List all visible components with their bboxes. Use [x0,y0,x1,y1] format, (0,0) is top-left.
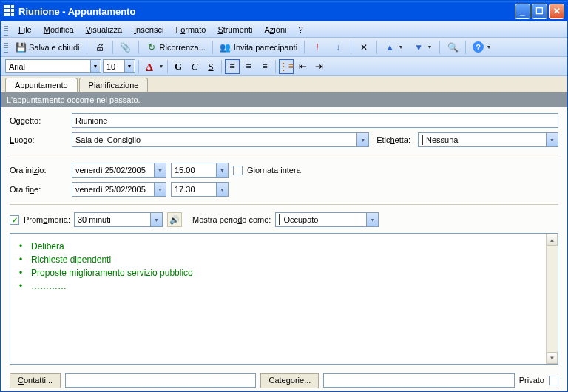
luogo-value: Sala del Consiglio [72,135,356,144]
list-item: Proposte miglioramento servizio pubblico [18,266,550,280]
toolbar-grip[interactable] [4,24,8,36]
chevron-down-icon: ▼ [150,213,162,226]
reminder-label: Promemoria: [24,215,70,224]
scrollbar[interactable]: ▲ ▼ [546,234,558,364]
tab-appuntamento[interactable]: Appuntamento [5,78,78,92]
find-button[interactable]: 🔍 [443,39,462,55]
bottom-bar: Contatti... Categorie... Privato [1,369,567,391]
recurrence-button[interactable]: ↻Ricorrenza... [142,39,209,55]
menu-strumenti[interactable]: Strumenti [213,23,257,36]
menu-help[interactable]: ? [294,23,307,36]
luogo-combo[interactable]: Sala del Consiglio▼ [72,132,369,147]
font-size-select[interactable]: 10▼ [103,59,135,73]
chevron-down-icon: ▼ [546,133,558,146]
menu-inserisci[interactable]: Inserisci [129,23,168,36]
bold-button[interactable]: G [171,59,186,74]
tab-bar: Appuntamento Pianificazione [1,76,567,92]
font-color-button[interactable]: A [142,59,157,74]
chevron-down-icon: ▼ [366,213,378,226]
importance-high-button[interactable]: ! [308,39,327,55]
notes-textarea[interactable]: Delibera Richieste dipendenti Proposte m… [10,233,558,365]
close-button[interactable]: ✕ [549,4,564,19]
show-as-value: Occupato [276,215,366,224]
print-button[interactable]: 🖨 [90,39,109,55]
contacts-button[interactable]: Contatti... [10,373,61,388]
minimize-button[interactable]: _ [515,4,530,19]
start-time-combo[interactable]: 15.00▼ [171,163,229,178]
categories-button[interactable]: Categorie... [260,373,319,388]
invite-label: Invita partecipanti [234,43,297,52]
start-date-combo[interactable]: venerdì 25/02/2005▼ [72,163,166,178]
menu-modifica[interactable]: Modifica [39,23,78,36]
underline-button[interactable]: S [203,59,218,74]
next-item-button[interactable]: ▼▾ [409,39,436,55]
bullets-button[interactable]: ⋮≡ [279,59,294,74]
scroll-up-button[interactable]: ▲ [547,234,558,246]
contacts-field[interactable] [65,373,256,388]
private-checkbox[interactable] [549,376,558,385]
show-as-combo[interactable]: Occupato▼ [275,212,379,227]
orafine-label: Ora fine: [10,185,67,194]
help-button[interactable]: ?▾ [469,39,496,55]
menu-formato[interactable]: Formato [171,23,210,36]
arrow-up-blue-icon: ▲ [384,41,396,53]
toolbar-grip[interactable] [4,41,8,54]
end-date-combo[interactable]: venerdì 25/02/2005▼ [72,182,166,197]
reminder-combo[interactable]: 30 minuti▼ [74,212,163,227]
recurrence-icon: ↻ [146,41,158,53]
chevron-down-icon: ▼ [356,133,368,146]
delete-icon: ✕ [358,41,370,53]
private-label: Privato [519,376,544,385]
arrow-down-icon: ↓ [332,41,344,53]
info-banner: L'appuntamento occorre nel passato. [1,92,567,107]
app-window: Riunione - Appuntamento _ ☐ ✕ File Modif… [0,0,568,392]
reminder-checkbox[interactable]: ✓ [10,215,19,225]
start-time-value: 15.00 [172,166,216,175]
menu-visualizza[interactable]: Visualizza [81,23,126,36]
delete-button[interactable]: ✕ [354,39,373,55]
chevron-down-icon: ▼ [216,183,228,196]
menubar: File Modifica Visualizza Inserisci Forma… [1,21,567,38]
etichetta-value: Nessuna [419,135,546,144]
importance-low-button[interactable]: ↓ [328,39,348,55]
oggetto-input[interactable]: Riunione [72,113,558,128]
categories-field[interactable] [323,373,514,388]
reminder-value: 30 minuti [75,215,150,224]
font-family-select[interactable]: Arial▼ [5,59,101,73]
save-close-label: Salva e chiudi [29,43,80,52]
maximize-button[interactable]: ☐ [532,4,547,19]
orainizio-label: Ora inizio: [10,166,67,175]
chevron-down-icon[interactable]: ▾ [158,61,164,72]
arrow-down-blue-icon: ▼ [413,41,425,53]
reminder-sound-button[interactable]: 🔊 [167,212,182,227]
all-day-label: Giornata intera [247,166,301,175]
all-day-checkbox[interactable] [233,166,243,175]
chevron-down-icon: ▼ [124,60,134,72]
scroll-down-button[interactable]: ▼ [547,352,558,364]
increase-indent-button[interactable]: ⇥ [311,59,326,74]
end-time-combo[interactable]: 17.30▼ [171,182,229,197]
menu-azioni[interactable]: Azioni [260,23,291,36]
invite-button[interactable]: 👥Invita partecipanti [216,39,301,55]
standard-toolbar: 💾Salva e chiudi 🖨 📎 ↻Ricorrenza... 👥Invi… [1,38,567,57]
align-right-button[interactable]: ≡ [257,59,272,74]
window-title: Riunione - Appuntamento [18,6,515,17]
titlebar[interactable]: Riunione - Appuntamento _ ☐ ✕ [1,1,567,21]
tab-pianificazione[interactable]: Pianificazione [79,78,149,92]
chevron-down-icon: ▼ [90,60,100,72]
font-family-value: Arial [9,62,88,71]
form-area: Oggetto: Riunione Luogo: Sala del Consig… [1,107,567,229]
save-icon: 💾 [15,41,27,53]
format-toolbar: Arial▼ 10▼ A▾ G C S ≡ ≡ ≡ ⋮≡ ⇤ ⇥ [1,57,567,76]
align-left-button[interactable]: ≡ [225,59,240,74]
align-center-button[interactable]: ≡ [241,59,256,74]
prev-item-button[interactable]: ▲▾ [380,39,408,55]
font-size-value: 10 [106,62,122,71]
menu-file[interactable]: File [14,23,36,36]
attach-button[interactable]: 📎 [116,39,135,55]
etichetta-combo[interactable]: Nessuna▼ [418,132,558,147]
italic-button[interactable]: C [187,59,202,74]
end-time-value: 17.30 [172,185,216,194]
decrease-indent-button[interactable]: ⇤ [295,59,310,74]
save-close-button[interactable]: 💾Salva e chiudi [11,39,84,55]
